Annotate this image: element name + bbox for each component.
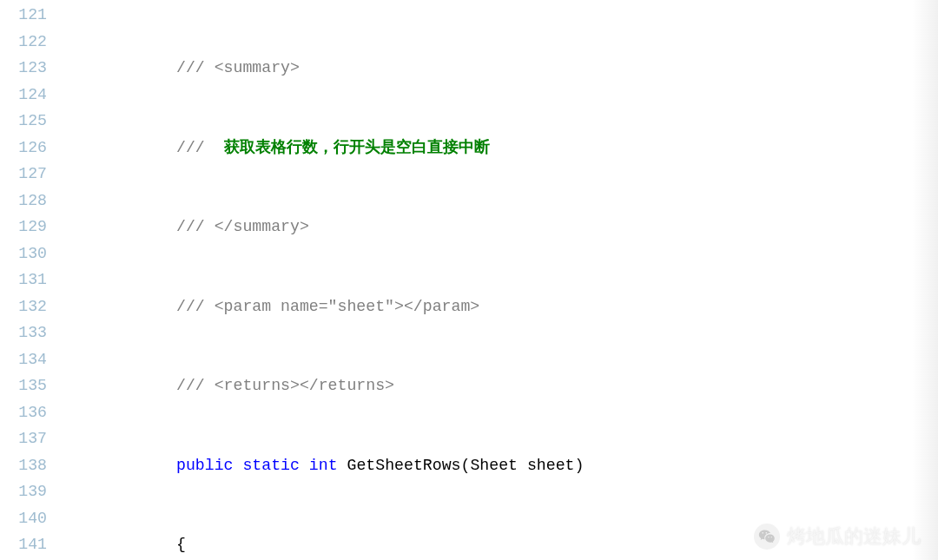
line-number: 121 — [0, 2, 47, 29]
line-number: 136 — [0, 399, 47, 426]
line-number: 122 — [0, 29, 47, 56]
line-number: 137 — [0, 425, 47, 452]
line-number: 139 — [0, 478, 47, 505]
line-number: 124 — [0, 82, 47, 109]
line-number: 130 — [0, 240, 47, 267]
code-editor[interactable]: 121 122 123 124 125 126 127 128 129 130 … — [0, 0, 938, 560]
line-number: 140 — [0, 505, 47, 532]
line-number: 133 — [0, 320, 47, 346]
line-number-gutter: 121 122 123 124 125 126 127 128 129 130 … — [0, 2, 63, 560]
code-line-121[interactable]: /// <summary> — [63, 55, 938, 82]
code-line-123[interactable]: /// </summary> — [63, 214, 938, 240]
code-area[interactable]: /// <summary> /// 获取表格行数，行开头是空白直接中断 /// … — [63, 2, 938, 560]
line-number: 134 — [0, 346, 47, 373]
line-number: 141 — [0, 531, 47, 558]
line-number: 123 — [0, 55, 47, 82]
code-line-124[interactable]: /// <param name="sheet"></param> — [63, 293, 938, 320]
line-number: 127 — [0, 161, 47, 188]
line-number: 131 — [0, 267, 47, 293]
line-number: 138 — [0, 452, 47, 479]
line-number: 129 — [0, 214, 47, 240]
line-number: 128 — [0, 188, 47, 214]
code-line-127[interactable]: { — [63, 531, 938, 558]
line-number: 125 — [0, 108, 47, 135]
line-number: 135 — [0, 372, 47, 399]
code-line-122[interactable]: /// 获取表格行数，行开头是空白直接中断 — [63, 135, 938, 161]
code-line-125[interactable]: /// <returns></returns> — [63, 372, 938, 399]
code-line-126[interactable]: public static int GetSheetRows(Sheet she… — [63, 452, 938, 479]
line-number: 126 — [0, 135, 47, 161]
line-number: 132 — [0, 293, 47, 320]
